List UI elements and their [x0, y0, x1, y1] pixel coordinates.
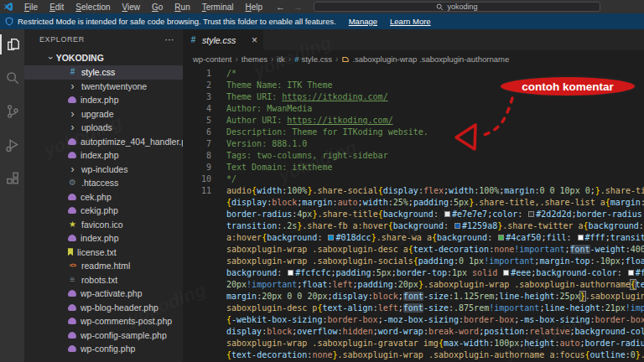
extensions-icon[interactable]	[0, 168, 24, 189]
line-number	[183, 209, 211, 220]
tree-item-wp-comments-post.php[interactable]: wp-comments-post.php	[24, 314, 183, 328]
menu-run[interactable]: Run	[169, 2, 195, 13]
line-number	[183, 349, 211, 361]
code-line[interactable]: {-webkit-box-sizing:border-box;-moz-box-…	[183, 314, 644, 326]
restricted-mode-banner: Restricted Mode is intended for safe cod…	[0, 13, 644, 29]
menu-file[interactable]: File	[18, 2, 44, 13]
tree-item-uploads[interactable]: ›uploads	[24, 121, 183, 135]
code-line[interactable]: background: #fcfcfc;padding:5px;border-t…	[183, 267, 644, 279]
breadcrumb-item[interactable]: themes	[242, 54, 267, 64]
more-actions-icon[interactable]: ⋯	[164, 34, 174, 45]
tree-item-twentytwentyone[interactable]: ›twentytwentyone	[24, 80, 183, 94]
tab-style-css[interactable]: # style.css ×	[183, 29, 263, 50]
tree-item-favicon.ico[interactable]: ★favicon.ico	[24, 218, 183, 232]
tab-bar: # style.css ×	[183, 29, 644, 50]
tree-item-label: cek.php	[80, 192, 112, 202]
line-number: 11	[183, 185, 211, 197]
tree-item-wp-config.php[interactable]: wp-config.php	[24, 342, 183, 356]
menu-selection[interactable]: Selection	[70, 2, 116, 13]
code-line[interactable]: 7Version: 888.1.0	[183, 138, 644, 150]
explorer-title: EXPLORER	[39, 35, 85, 44]
tree-item-robots.txt[interactable]: ≡robots.txt	[24, 273, 183, 287]
chevron-right-icon: ›	[235, 54, 237, 64]
tree-item-.htaccess[interactable]: ⚙.htaccess	[24, 176, 183, 190]
css-rule-symbol-icon	[341, 55, 350, 64]
code-line[interactable]: 2Theme Name: ITK Theme	[183, 80, 644, 91]
code-line[interactable]: {display:block;margin:auto;width:25%;pad…	[183, 197, 644, 209]
vscode-logo-icon	[3, 2, 13, 12]
back-arrow-icon[interactable]: ←	[272, 2, 289, 12]
chevron-right-icon: ›	[68, 123, 77, 132]
tree-item-label: upgrade	[81, 109, 114, 119]
tree-item-wp-activate.php[interactable]: wp-activate.php	[24, 287, 183, 301]
tree-item-index.php[interactable]: index.php	[24, 231, 183, 246]
breadcrumb-item[interactable]: #style.css	[294, 54, 332, 64]
code-line[interactable]: saboxplugin-desc p{text-align:left;font-…	[183, 303, 644, 314]
tree-root-folder[interactable]: › YOKODING	[24, 49, 183, 65]
code-line[interactable]: saboxplugin-wrap .saboxplugin-desc a{tex…	[183, 244, 644, 256]
code-line[interactable]: 20px!important;float:left;padding:20px}.…	[183, 279, 644, 291]
code-line[interactable]: 9Text Domain: itktheme	[183, 162, 644, 173]
code-line[interactable]: 8Tags: two-columns, right-sidebar	[183, 150, 644, 162]
breadcrumb-item[interactable]: .saboxplugin-wrap .saboxplugin-authornam…	[341, 54, 509, 64]
source-control-icon[interactable]	[0, 101, 24, 122]
line-number: 7	[183, 138, 211, 150]
manage-link[interactable]: Manage	[349, 17, 377, 26]
license-icon	[68, 248, 73, 256]
code-line[interactable]: 10*/	[183, 173, 644, 185]
breadcrumb-item[interactable]: itk	[277, 54, 285, 64]
code-line[interactable]: 5Author URI: https://itkoding.com/	[183, 115, 644, 127]
code-line[interactable]: margin:20px 0 0 20px;display:block;font-…	[183, 291, 644, 303]
code-editor[interactable]: 1/*2Theme Name: ITK Theme3Theme URI: htt…	[183, 68, 644, 362]
code-line[interactable]: {text-decoration:none}.saboxplugin-wrap …	[183, 349, 644, 361]
code-line[interactable]: saboxplugin-wrap .saboxplugin-socials{pa…	[183, 256, 644, 267]
code-line[interactable]: a:hover{background: #018dcc}.share-wa a{…	[183, 232, 644, 244]
chevron-right-icon: ›	[68, 165, 77, 173]
tree-item-cek.php[interactable]: cek.php	[24, 190, 183, 204]
menu-edit[interactable]: Edit	[44, 2, 70, 13]
tree-item-label: uploads	[81, 122, 112, 132]
php-icon	[68, 290, 76, 297]
tree-item-cekig.php[interactable]: cekig.php	[24, 204, 183, 218]
tree-item-wp-includes[interactable]: ›wp-includes	[24, 163, 183, 177]
tree-item-index.php[interactable]: index.php	[24, 148, 183, 163]
code-line[interactable]: 4Author: MwanMedia	[183, 103, 644, 115]
css-icon: #	[68, 68, 77, 76]
menu-view[interactable]: View	[117, 2, 147, 13]
explorer-header: EXPLORER ⋯	[24, 29, 183, 49]
code-line[interactable]: display:block;overflow:hidden;word-wrap:…	[183, 326, 644, 338]
tree-item-license.txt[interactable]: license.txt	[24, 246, 183, 260]
run-debug-icon[interactable]	[0, 135, 24, 155]
workbench: EXPLORER ⋯ › YOKODING #style.css›twentyt…	[0, 29, 644, 362]
code-line[interactable]: border-radius:4px}.share-title{backgroun…	[183, 209, 644, 220]
breadcrumb-item[interactable]: wp-content	[193, 54, 231, 64]
tree-item-index.php[interactable]: index.php	[24, 93, 183, 107]
line-number: 1	[183, 68, 211, 80]
css-icon: #	[189, 36, 198, 44]
search-sidebar-icon[interactable]	[0, 68, 24, 88]
explorer-icon[interactable]	[0, 34, 24, 54]
close-icon[interactable]: ×	[252, 35, 257, 45]
code-line[interactable]: 11audio{width:100%}.share-social{display…	[183, 185, 644, 197]
tree-item-autoptimize_404_handler.php[interactable]: autoptimize_404_handler.php	[24, 135, 183, 149]
menu-help[interactable]: Help	[240, 2, 269, 13]
menu-go[interactable]: Go	[146, 2, 169, 13]
tree-item-wp-blog-header.php[interactable]: wp-blog-header.php	[24, 301, 183, 315]
php-icon	[68, 96, 76, 103]
tree-item-wp-config-sample.php[interactable]: wp-config-sample.php	[24, 328, 183, 343]
code-line[interactable]: 1/*	[183, 68, 644, 80]
learn-more-link[interactable]: Learn More	[390, 17, 431, 26]
css-icon: #	[294, 54, 299, 64]
tree-item-style.css[interactable]: #style.css	[24, 65, 183, 80]
code-line[interactable]: saboxplugin-wrap .saboxplugin-gravatar i…	[183, 338, 644, 349]
forward-arrow-icon[interactable]: →	[289, 2, 307, 12]
line-number: 3	[183, 91, 211, 103]
code-line[interactable]: 3Theme URI: https://itkoding.com/	[183, 91, 644, 103]
command-center-search[interactable]: yokoding	[314, 2, 600, 12]
tree-item-upgrade[interactable]: ›upgrade	[24, 107, 183, 122]
tree-item-readme.html[interactable]: <>readme.html	[24, 259, 183, 273]
menu-terminal[interactable]: Terminal	[196, 2, 240, 13]
color-swatch	[498, 235, 504, 240]
code-line[interactable]: 6Description: Theme for ITKoding website…	[183, 127, 644, 138]
code-line[interactable]: transition:.2s}.share-fb a:hover{backgro…	[183, 220, 644, 232]
